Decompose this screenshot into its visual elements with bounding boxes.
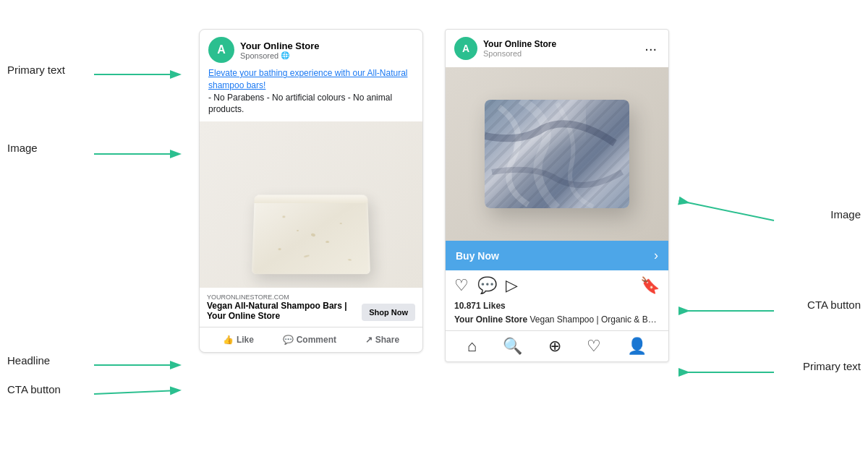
instagram-ad-card: A Your Online Store Sponsored ···	[445, 29, 669, 362]
label-headline-left: Headline	[7, 354, 50, 367]
label-cta-button-left: CTA button	[7, 383, 61, 395]
fb-share-button[interactable]: ↗ Share	[359, 332, 405, 348]
svg-line-4	[687, 202, 774, 220]
fb-bottom-content: YOURONLINESTORE.COM Vegan All-Natural Sh…	[200, 288, 422, 327]
label-primary-text-right: Primary text	[803, 360, 861, 372]
fb-comment-button[interactable]: 💬 Comment	[277, 332, 342, 348]
ig-store-info: Your Online Store Sponsored	[483, 39, 636, 58]
fb-image-area	[200, 121, 422, 288]
facebook-ad-card: A Your Online Store Sponsored 🌐 Elevate …	[199, 29, 423, 353]
annotation-arrows	[0, 0, 868, 454]
fb-like-button[interactable]: 👍 Like	[217, 332, 260, 348]
ig-caption: Your Online Store Vegan Shampoo | Organi…	[446, 314, 668, 330]
ig-caption-text: Vegan Shampoo | Organic & Botani	[529, 314, 666, 325]
thumb-up-icon: 👍	[223, 335, 234, 345]
ig-header: A Your Online Store Sponsored ···	[446, 30, 668, 67]
ig-nav-profile-icon[interactable]: 👤	[627, 337, 647, 356]
fb-ad-url: YOURONLINESTORE.COM	[207, 294, 357, 301]
ig-share-icon[interactable]: ▷	[506, 276, 518, 295]
label-image-right: Image	[830, 208, 861, 220]
ig-store-name: Your Online Store	[483, 39, 636, 49]
label-primary-text-left: Primary text	[7, 64, 65, 76]
ig-soap-image	[485, 100, 629, 208]
fb-header: A Your Online Store Sponsored 🌐	[200, 30, 422, 67]
ig-more-options-button[interactable]: ···	[642, 38, 660, 60]
fb-bottom-left: YOURONLINESTORE.COM Vegan All-Natural Sh…	[207, 294, 357, 321]
fb-sponsored-label: Sponsored 🌐	[240, 51, 414, 60]
ig-nav-home-icon[interactable]: ⌂	[467, 337, 477, 356]
ig-likes-count: 10.871 Likes	[446, 301, 668, 314]
ig-image-area	[446, 67, 668, 241]
ig-actions-bar: ♡ 💬 ▷ 🔖	[446, 270, 668, 301]
fb-soap-image	[252, 195, 370, 275]
svg-line-3	[94, 390, 179, 394]
ig-nav-heart-icon[interactable]: ♡	[587, 337, 601, 356]
ig-cta-bar[interactable]: Buy Now ›	[446, 241, 668, 270]
fb-headline: Vegan All-Natural Shampoo Bars | Your On…	[207, 301, 357, 321]
label-image-left: Image	[7, 142, 38, 154]
share-icon: ↗	[365, 335, 373, 345]
fb-store-info: Your Online Store Sponsored 🌐	[240, 40, 414, 60]
ig-cta-chevron-icon: ›	[654, 248, 658, 263]
label-cta-button-right: CTA button	[807, 299, 861, 311]
fb-shop-now-button[interactable]: Shop Now	[362, 304, 415, 321]
ig-caption-username: Your Online Store	[454, 314, 527, 325]
ig-sponsored-label: Sponsored	[483, 49, 636, 58]
ig-avatar: A	[454, 37, 477, 60]
ig-nav-add-icon[interactable]: ⊕	[548, 337, 561, 356]
fb-store-name: Your Online Store	[240, 40, 414, 51]
fb-avatar: A	[208, 37, 234, 63]
ig-comment-icon[interactable]: 💬	[477, 276, 497, 295]
fb-reactions: 👍 Like 💬 Comment ↗ Share	[200, 327, 422, 352]
ig-nav-search-icon[interactable]: 🔍	[503, 337, 522, 356]
comment-icon: 💬	[283, 335, 294, 345]
fb-primary-text: Elevate your bathing experience with our…	[200, 67, 422, 121]
ig-nav-bar: ⌂ 🔍 ⊕ ♡ 👤	[446, 330, 668, 361]
ig-bookmark-icon[interactable]: 🔖	[640, 276, 660, 295]
ig-like-icon[interactable]: ♡	[454, 276, 469, 295]
ig-cta-text: Buy Now	[456, 250, 499, 262]
